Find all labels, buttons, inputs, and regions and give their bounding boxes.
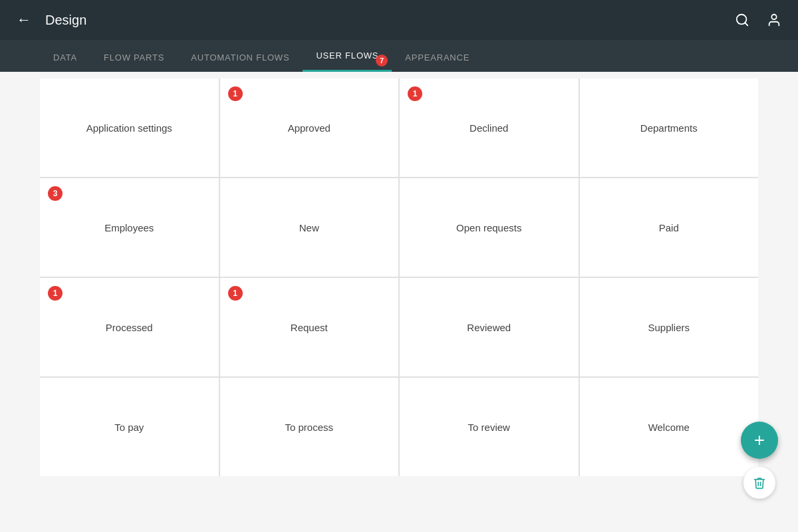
svg-line-1 — [745, 23, 747, 25]
grid-item-request[interactable]: 1Request — [220, 278, 399, 376]
grid-item-approved-label: Approved — [281, 116, 337, 140]
grid-item-paid[interactable]: Paid — [580, 178, 759, 277]
grid-item-reviewed[interactable]: Reviewed — [400, 278, 579, 376]
grid-item-request-badge: 1 — [228, 286, 243, 301]
grid-item-declined-label: Declined — [463, 116, 515, 140]
grid-item-reviewed-label: Reviewed — [460, 315, 517, 340]
grid-item-new-label: New — [293, 215, 326, 240]
user-icon[interactable] — [763, 9, 785, 31]
grid-item-paid-label: Paid — [652, 215, 686, 240]
grid-item-suppliers[interactable]: Suppliers — [580, 278, 759, 376]
header: ← Design — [0, 0, 798, 40]
tab-appearance[interactable]: APPEARANCE — [392, 53, 483, 72]
content-area: Application settings1Approved1DeclinedDe… — [0, 72, 798, 532]
grid-item-to-process[interactable]: To process — [220, 378, 399, 476]
fab-container: + — [741, 422, 778, 499]
nav-tabs: DATAFLOW PARTSAUTOMATION FLOWSUSER FLOWS… — [0, 40, 798, 72]
tab-flow-parts[interactable]: FLOW PARTS — [90, 53, 178, 72]
add-button[interactable]: + — [741, 422, 778, 459]
grid-item-application-settings[interactable]: Application settings — [40, 78, 219, 177]
grid-item-employees-badge: 3 — [48, 186, 63, 201]
tab-user-flows[interactable]: USER FLOWS7 — [303, 51, 392, 72]
grid-item-to-pay-label: To pay — [108, 415, 150, 440]
grid-item-to-review-label: To review — [462, 415, 517, 440]
search-icon[interactable] — [732, 9, 753, 31]
back-button[interactable]: ← — [13, 9, 35, 31]
grid-item-approved[interactable]: 1Approved — [220, 78, 399, 177]
flow-grid: Application settings1Approved1DeclinedDe… — [40, 78, 758, 476]
delete-button[interactable] — [743, 467, 775, 499]
grid-item-request-label: Request — [284, 315, 334, 340]
grid-item-processed[interactable]: 1Processed — [40, 278, 219, 376]
grid-item-application-settings-label: Application settings — [80, 116, 179, 140]
header-icons — [732, 9, 785, 31]
grid-item-new[interactable]: New — [220, 178, 399, 277]
grid-item-to-process-label: To process — [278, 415, 340, 440]
tab-automation-flows[interactable]: AUTOMATION FLOWS — [178, 53, 303, 72]
grid-item-processed-badge: 1 — [48, 286, 63, 301]
grid-item-open-requests[interactable]: Open requests — [400, 178, 579, 277]
svg-point-2 — [771, 15, 776, 19]
grid-item-approved-badge: 1 — [228, 86, 243, 101]
grid-item-employees-label: Employees — [98, 215, 160, 240]
grid-item-open-requests-label: Open requests — [450, 215, 528, 240]
grid-item-welcome[interactable]: Welcome — [580, 378, 759, 476]
grid-item-departments[interactable]: Departments — [580, 78, 759, 177]
tab-data[interactable]: DATA — [40, 53, 90, 72]
grid-item-employees[interactable]: 3Employees — [40, 178, 219, 277]
grid-item-departments-label: Departments — [634, 116, 704, 140]
grid-item-declined[interactable]: 1Declined — [400, 78, 579, 177]
grid-item-processed-label: Processed — [99, 315, 160, 340]
grid-item-welcome-label: Welcome — [642, 415, 696, 440]
grid-item-to-pay[interactable]: To pay — [40, 378, 219, 476]
grid-item-to-review[interactable]: To review — [400, 378, 579, 476]
page-title: Design — [45, 13, 721, 28]
grid-item-declined-badge: 1 — [408, 86, 422, 101]
grid-item-suppliers-label: Suppliers — [641, 315, 696, 340]
tab-user-flows-badge: 7 — [376, 55, 388, 66]
